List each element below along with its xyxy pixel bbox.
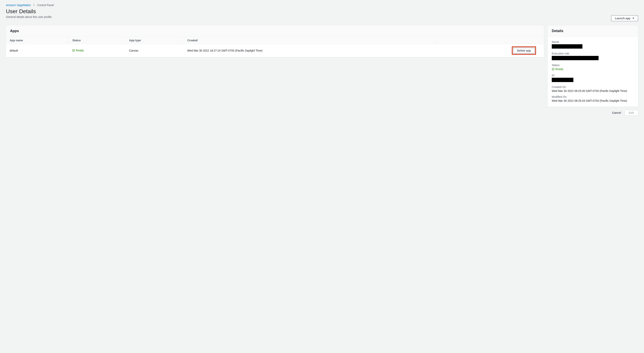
status-badge: Ready <box>72 49 84 52</box>
apps-panel: Apps App name Status App type Created de… <box>6 25 544 57</box>
detail-status-value: Ready <box>555 68 563 71</box>
detail-name-label: Name <box>552 40 634 44</box>
detail-modified-on: Modified On Wed Mar 30 2022 08:25:43 GMT… <box>552 95 634 102</box>
apps-heading: Apps <box>10 29 540 33</box>
col-app-type: App type <box>126 37 184 44</box>
detail-execution-role-label: Execution role <box>552 52 634 55</box>
check-circle-icon <box>72 49 75 52</box>
chevron-right-icon <box>33 4 35 7</box>
details-panel: Details Name Execution role Status Ready <box>548 25 638 107</box>
col-app-name: App name <box>6 37 69 44</box>
caret-down-icon <box>632 18 634 19</box>
breadcrumb-root-link[interactable]: Amazon SageMaker <box>6 4 31 7</box>
detail-id: ID <box>552 74 634 83</box>
detail-created-on: Created On Wed Mar 30 2022 08:25:40 GMT-… <box>552 86 634 92</box>
apps-table: App name Status App type Created default… <box>6 37 544 57</box>
detail-name: Name <box>552 40 634 49</box>
edit-button[interactable]: Edit <box>625 110 638 116</box>
details-heading: Details <box>552 29 634 33</box>
detail-created-on-label: Created On <box>552 86 634 88</box>
detail-created-on-value: Wed Mar 30 2022 08:25:40 GMT-0700 (Pacif… <box>552 89 634 92</box>
status-badge: Ready <box>552 68 563 71</box>
detail-modified-on-label: Modified On <box>552 95 634 98</box>
breadcrumb: Amazon SageMaker Control Panel <box>6 4 638 7</box>
detail-execution-role: Execution role <box>552 52 634 61</box>
detail-id-label: ID <box>552 74 634 77</box>
check-circle-icon <box>552 68 554 70</box>
delete-app-button[interactable]: Delete app <box>513 48 535 53</box>
page-title: User Details <box>6 8 52 14</box>
col-actions <box>435 37 544 44</box>
cell-actions: Delete app <box>435 44 544 57</box>
col-created: Created <box>184 37 435 44</box>
footer-actions: Cancel Edit <box>548 110 638 116</box>
cell-app-name: default <box>6 44 69 57</box>
cancel-button[interactable]: Cancel <box>612 111 621 114</box>
launch-app-label: Launch app <box>615 17 630 20</box>
detail-status: Status Ready <box>552 64 634 71</box>
page-header: User Details General details about this … <box>6 8 638 21</box>
highlight-annotation: Delete app <box>512 46 536 55</box>
apps-panel-header: Apps <box>6 26 544 37</box>
launch-app-button[interactable]: Launch app <box>611 15 638 21</box>
apps-table-header-row: App name Status App type Created <box>6 37 544 44</box>
breadcrumb-current: Control Panel <box>37 4 54 7</box>
status-text: Ready <box>76 49 84 52</box>
detail-modified-on-value: Wed Mar 30 2022 08:25:43 GMT-0700 (Pacif… <box>552 99 634 102</box>
detail-status-label: Status <box>552 64 634 67</box>
detail-name-value-redacted <box>552 44 582 48</box>
detail-execution-role-value-redacted <box>552 56 598 60</box>
page-subtitle: General details about this user profile. <box>6 15 52 18</box>
cell-created: Wed Mar 30 2022 18:27:24 GMT-0700 (Pacif… <box>184 44 435 57</box>
col-status: Status <box>69 37 126 44</box>
table-row: default Ready Canvas Wed Mar 30 2022 18:… <box>6 44 544 57</box>
details-panel-header: Details <box>548 26 638 37</box>
detail-id-value-redacted <box>552 78 574 82</box>
cell-app-type: Canvas <box>126 44 184 57</box>
cell-status: Ready <box>69 44 126 57</box>
